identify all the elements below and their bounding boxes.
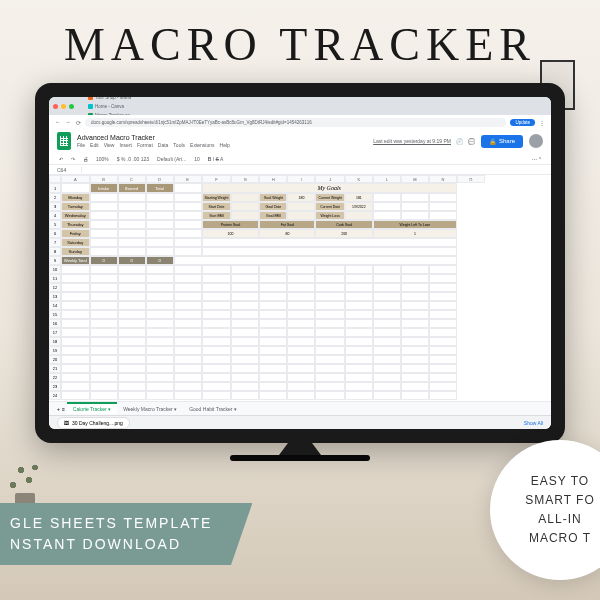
history-icon[interactable]: 🕘 — [457, 138, 463, 144]
menu-view[interactable]: View — [104, 142, 115, 148]
formula-bar: C64 — [49, 165, 551, 175]
show-all-button[interactable]: Show All — [524, 420, 543, 426]
sheets-header: Advanced Macro Tracker FileEditViewInser… — [49, 129, 551, 153]
close-icon[interactable] — [53, 104, 58, 109]
menu-help[interactable]: Help — [220, 142, 230, 148]
undo-icon[interactable]: ↶ — [57, 156, 65, 162]
forward-icon[interactable]: → — [65, 119, 71, 125]
browser-window: My Drive - GoogleAdvanced Macro TYour Sh… — [49, 97, 551, 429]
minimize-icon[interactable] — [61, 104, 66, 109]
maximize-icon[interactable] — [69, 104, 74, 109]
menu-format[interactable]: Format — [137, 142, 153, 148]
cell-reference[interactable]: C64 — [57, 167, 82, 173]
document-name[interactable]: Advanced Macro Tracker — [77, 134, 367, 141]
page-title: MACRO TRACKER — [0, 0, 600, 83]
comment-icon[interactable]: 💬 — [469, 138, 475, 144]
share-button[interactable]: 🔒Share — [481, 135, 523, 148]
sheet-tab[interactable]: Weekly Macro Tracker ▾ — [117, 404, 183, 414]
menu-tools[interactable]: Tools — [173, 142, 185, 148]
menu-data[interactable]: Data — [158, 142, 169, 148]
window-controls — [53, 104, 74, 109]
avatar[interactable] — [529, 134, 543, 148]
browser-tab[interactable]: Home - Canva — [82, 102, 139, 111]
url-input[interactable]: docs.google.com/spreadsheets/d/1njc51mIZ… — [85, 118, 506, 127]
monitor-mockup: My Drive - GoogleAdvanced Macro TYour Sh… — [35, 83, 565, 443]
last-edit-label[interactable]: Last edit was yesterday at 9:19 PM — [373, 138, 451, 144]
lock-icon: 🔒 — [489, 138, 496, 145]
zoom-select[interactable]: 100% — [94, 156, 111, 162]
etsy-icon — [88, 97, 93, 100]
menu-insert[interactable]: Insert — [119, 142, 132, 148]
toolbar: ↶ ↷ 🖨 100% $ % .0 .00 123 Default (Ari..… — [49, 153, 551, 165]
sheet-tab[interactable]: Good Habit Tracker ▾ — [183, 404, 243, 414]
back-icon[interactable]: ← — [55, 119, 61, 125]
browser-tab-strip: My Drive - GoogleAdvanced Macro TYour Sh… — [49, 97, 551, 115]
menu-icon[interactable]: ⋮ — [539, 119, 545, 125]
sheets-logo-icon[interactable] — [57, 132, 71, 150]
font-select[interactable]: Default (Ari... — [155, 156, 188, 162]
menu-edit[interactable]: Edit — [90, 142, 99, 148]
menu-extensions[interactable]: Extensions — [190, 142, 214, 148]
downloads-bar: 🖼30 Day Challeng....png Show All — [49, 415, 551, 429]
canva-icon — [88, 104, 93, 109]
address-bar-row: ← → ⟳ docs.google.com/spreadsheets/d/1nj… — [49, 115, 551, 129]
menu-file[interactable]: File — [77, 142, 85, 148]
redo-icon[interactable]: ↷ — [69, 156, 77, 162]
add-sheet-icon[interactable]: + — [57, 406, 60, 412]
font-size[interactable]: 10 — [192, 156, 202, 162]
image-icon: 🖼 — [64, 420, 69, 426]
update-button[interactable]: Update — [510, 119, 535, 126]
menu-bar: FileEditViewInsertFormatDataToolsExtensi… — [77, 142, 367, 148]
print-icon[interactable]: 🖨 — [81, 156, 90, 162]
all-sheets-icon[interactable]: ≡ — [62, 406, 65, 412]
sheet-tab[interactable]: Calorie Tracker ▾ — [67, 402, 117, 414]
toolbar-more-icon[interactable]: ⋯ ^ — [530, 156, 543, 162]
sheet-tabs: + ≡ Calorie Tracker ▾Weekly Macro Tracke… — [49, 401, 551, 415]
browser-tab[interactable]: Your Shop - Mana — [82, 97, 139, 102]
spreadsheet-grid[interactable]: ABCDEFGHIJKLMNO1IntakeBurnedTotalMy Goal… — [49, 175, 551, 401]
reload-icon[interactable]: ⟳ — [75, 119, 81, 125]
promo-banner: GLE SHEETS TEMPLATE NSTANT DOWNLOAD — [0, 503, 252, 565]
download-item[interactable]: 🖼30 Day Challeng....png — [57, 417, 130, 429]
monitor-stand — [265, 441, 335, 455]
monitor-base — [230, 455, 370, 461]
feature-badge: EASY TOSMART FOALL-INMACRO T — [490, 440, 600, 580]
